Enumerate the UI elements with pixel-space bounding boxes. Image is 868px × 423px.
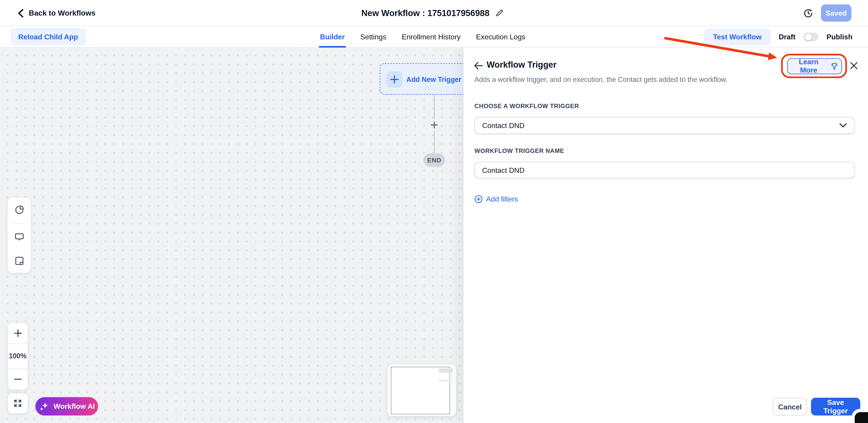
minimap-node: [439, 368, 453, 372]
panel-description: Adds a workflow trigger, and on executio…: [474, 76, 727, 84]
add-new-trigger-node[interactable]: Add New Trigger: [380, 63, 463, 95]
connector-line: [434, 95, 434, 119]
circle-plus-icon: [474, 195, 483, 203]
sticky-note-icon[interactable]: [7, 249, 31, 273]
back-label: Back to Workflows: [29, 9, 95, 17]
workflow-trigger-panel: Workflow Trigger Learn More Adds a workf…: [463, 48, 868, 423]
minimap[interactable]: [388, 364, 456, 416]
comment-icon[interactable]: [7, 225, 31, 249]
chevron-down-icon: [839, 123, 847, 128]
edit-pencil-icon[interactable]: [495, 9, 504, 17]
workflow-builder-app: Add New Trigger END 100%: [0, 0, 868, 423]
publish-toggle[interactable]: [804, 33, 818, 41]
trigger-type-select[interactable]: Contact DND: [474, 117, 855, 134]
stats-pie-icon[interactable]: [7, 198, 31, 222]
publish-label: Publish: [827, 33, 852, 41]
plus-icon: [386, 72, 402, 88]
panel-back-arrow-icon[interactable]: [474, 61, 483, 72]
minimap-node: [439, 379, 453, 382]
trigger-name-input[interactable]: [474, 162, 855, 178]
top-bar: Back to Workflows New Workflow : 1751017…: [0, 0, 868, 26]
workflow-ai-label: Workflow AI: [54, 402, 95, 410]
zoom-out-button[interactable]: [8, 368, 28, 390]
connector-line: [434, 131, 434, 153]
builder-tabs: Builder Settings Enrollment History Exec…: [320, 26, 525, 48]
zoom-level[interactable]: 100%: [8, 343, 28, 368]
minimap-viewport: [391, 366, 450, 414]
add-filters-label: Add filters: [486, 195, 518, 203]
add-new-trigger-label: Add New Trigger: [406, 64, 461, 95]
trigger-type-value: Contact DND: [482, 121, 839, 130]
tab-builder[interactable]: Builder: [320, 26, 345, 48]
tab-settings[interactable]: Settings: [360, 26, 386, 48]
zoom-in-button[interactable]: [8, 323, 28, 344]
close-icon[interactable]: [850, 61, 858, 72]
version-history-icon[interactable]: [804, 9, 813, 20]
canvas-side-toolbar: [7, 197, 31, 273]
test-workflow-button[interactable]: Test Workflow: [704, 28, 770, 45]
fullscreen-icon[interactable]: [7, 393, 28, 414]
panel-title: Workflow Trigger: [487, 60, 557, 70]
zoom-controls: 100%: [7, 322, 28, 390]
add-step-plus-icon[interactable]: [429, 119, 440, 130]
reload-child-app-button[interactable]: Reload Child App: [11, 28, 86, 46]
learn-more-label: Learn More: [791, 58, 827, 74]
chevron-left-icon: [18, 8, 24, 18]
draft-label: Draft: [779, 33, 796, 41]
tab-execution-logs[interactable]: Execution Logs: [476, 26, 525, 48]
add-filters-link[interactable]: Add filters: [474, 195, 518, 203]
workflow-canvas[interactable]: Add New Trigger END 100%: [0, 48, 463, 423]
toggle-knob: [805, 33, 811, 40]
saved-button[interactable]: Saved: [821, 4, 851, 22]
workflow-title: New Workflow : 1751017956988: [361, 8, 489, 18]
toolbar-divider: [11, 223, 27, 224]
lightbulb-icon: [830, 61, 838, 70]
end-node: END: [423, 153, 445, 167]
trigger-name-label: WORKFLOW TRIGGER NAME: [474, 147, 564, 154]
back-to-workflows-button[interactable]: Back to Workflows: [18, 0, 95, 26]
workflow-ai-button[interactable]: Workflow AI: [35, 397, 98, 416]
sparkles-icon: [39, 401, 49, 412]
cancel-button[interactable]: Cancel: [773, 398, 807, 415]
tab-enrollment-history[interactable]: Enrollment History: [402, 26, 460, 48]
builder-toolbar: Reload Child App Builder Settings Enroll…: [0, 26, 868, 48]
choose-trigger-label: CHOOSE A WORKFLOW TRIGGER: [474, 103, 579, 109]
learn-more-button[interactable]: Learn More: [787, 58, 842, 74]
